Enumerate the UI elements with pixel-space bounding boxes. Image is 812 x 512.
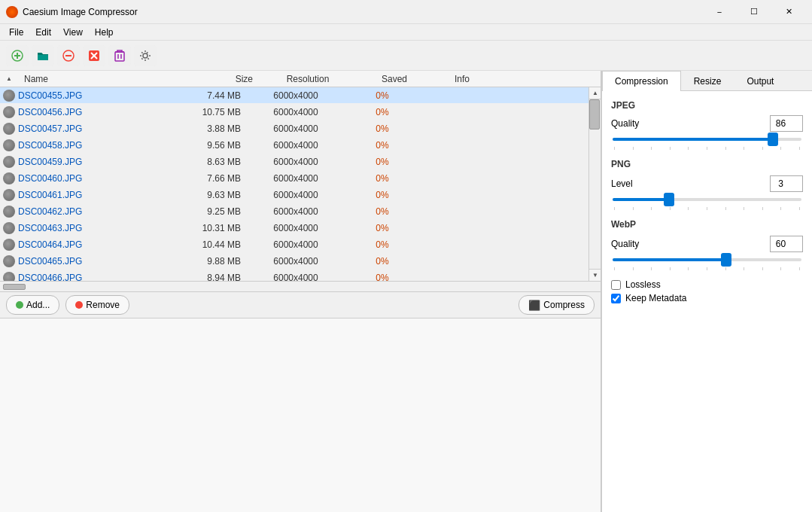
webp-quality-row: Quality: [611, 236, 803, 252]
png-level-input[interactable]: [770, 175, 803, 192]
file-resolution: 6000x4000: [247, 90, 345, 101]
compression-settings: JPEG Quality PNG Level: [602, 91, 812, 315]
menu-edit[interactable]: Edit: [29, 26, 57, 39]
webp-quality-label: Quality: [611, 239, 656, 249]
col-header-size[interactable]: Size: [169, 72, 259, 86]
settings-gear-button[interactable]: [134, 45, 157, 66]
add-button[interactable]: Add...: [6, 295, 59, 315]
file-list-area: DSC00455.JPG 7.44 MB 6000x4000 0% DSC004…: [0, 87, 601, 281]
file-row[interactable]: DSC00455.JPG 7.44 MB 6000x4000 0%: [0, 87, 588, 104]
horizontal-scrollbar[interactable]: [0, 281, 601, 291]
keep-metadata-label[interactable]: Keep Metadata: [625, 293, 686, 303]
file-size: 7.44 MB: [157, 90, 247, 101]
png-level-slider-container: [611, 198, 803, 210]
open-folder-button[interactable]: [32, 45, 54, 66]
maximize-button[interactable]: ☐: [737, 0, 771, 24]
add-label: Add...: [26, 300, 50, 310]
file-row[interactable]: DSC00466.JPG 8.94 MB 6000x4000 0%: [0, 270, 588, 281]
scroll-down-arrow[interactable]: ▼: [589, 269, 601, 281]
keep-metadata-checkbox[interactable]: [611, 294, 621, 303]
file-resolution: 6000x4000: [247, 173, 345, 184]
file-size: 8.94 MB: [157, 273, 247, 282]
col-header-resolution[interactable]: Resolution: [259, 72, 357, 86]
png-level-fill: [613, 198, 669, 201]
lossless-checkbox[interactable]: [611, 280, 621, 290]
file-row[interactable]: DSC00457.JPG 3.88 MB 6000x4000 0%: [0, 120, 588, 137]
file-row[interactable]: DSC00460.JPG 7.66 MB 6000x4000 0%: [0, 170, 588, 187]
compress-button[interactable]: ⬛ Compress: [519, 295, 595, 315]
file-size: 8.63 MB: [157, 157, 247, 167]
file-icon: [3, 123, 15, 135]
window-title: Caesium Image Compressor: [23, 7, 702, 17]
file-name: DSC00458.JPG: [18, 140, 157, 151]
menu-help[interactable]: Help: [89, 26, 120, 39]
file-size: 9.25 MB: [157, 206, 247, 217]
file-name: DSC00456.JPG: [18, 107, 157, 117]
file-icon: [3, 272, 15, 282]
file-list-header: ▲ Name Size Resolution Saved Info: [0, 71, 601, 87]
file-row[interactable]: DSC00462.JPG 9.25 MB 6000x4000 0%: [0, 203, 588, 220]
webp-quality-input[interactable]: [770, 236, 803, 252]
tab-resize[interactable]: Resize: [681, 71, 734, 91]
tab-output[interactable]: Output: [734, 71, 786, 91]
file-saved: 0%: [345, 140, 420, 151]
vertical-scrollbar[interactable]: ▲ ▼: [588, 87, 601, 281]
jpeg-quality-thumb[interactable]: [768, 133, 778, 146]
file-saved: 0%: [345, 256, 420, 267]
file-row[interactable]: DSC00456.JPG 10.75 MB 6000x4000 0%: [0, 104, 588, 120]
file-name: DSC00464.JPG: [18, 239, 157, 250]
col-header-saved[interactable]: Saved: [357, 72, 432, 86]
file-size: 10.31 MB: [157, 223, 247, 233]
file-size: 7.66 MB: [157, 173, 247, 184]
remove-file-button[interactable]: [57, 45, 80, 66]
jpeg-quality-input[interactable]: [770, 115, 803, 132]
lossless-label[interactable]: Lossless: [625, 279, 661, 290]
file-row[interactable]: DSC00461.JPG 9.63 MB 6000x4000 0%: [0, 187, 588, 203]
jpeg-quality-track[interactable]: [613, 138, 801, 141]
window-controls: − ☐ ✕: [702, 0, 806, 24]
menu-view[interactable]: View: [57, 26, 89, 39]
file-name: DSC00463.JPG: [18, 223, 157, 233]
file-resolution: 6000x4000: [247, 223, 345, 233]
webp-section-label: WebP: [611, 219, 803, 230]
file-list-scroll[interactable]: DSC00455.JPG 7.44 MB 6000x4000 0% DSC004…: [0, 87, 588, 281]
png-level-track[interactable]: [613, 198, 801, 201]
col-header-name[interactable]: Name: [18, 72, 169, 86]
file-size: 9.63 MB: [157, 190, 247, 200]
file-saved: 0%: [345, 123, 420, 134]
minimize-button[interactable]: −: [702, 0, 737, 24]
file-size: 3.88 MB: [157, 123, 247, 134]
file-row[interactable]: DSC00463.JPG 10.31 MB 6000x4000 0%: [0, 220, 588, 236]
png-level-thumb[interactable]: [664, 193, 674, 206]
file-saved: 0%: [345, 107, 420, 117]
file-row[interactable]: DSC00459.JPG 8.63 MB 6000x4000 0%: [0, 154, 588, 170]
menu-file[interactable]: File: [3, 26, 29, 39]
file-icon: [3, 139, 15, 151]
trash-button[interactable]: [108, 45, 131, 66]
jpeg-section-label: JPEG: [611, 100, 803, 111]
remove-button[interactable]: Remove: [65, 295, 129, 315]
file-row[interactable]: DSC00464.JPG 10.44 MB 6000x4000 0%: [0, 236, 588, 253]
jpeg-ticks: [613, 147, 801, 150]
file-row[interactable]: DSC00465.JPG 9.88 MB 6000x4000 0%: [0, 253, 588, 270]
close-button[interactable]: ✕: [771, 0, 806, 24]
jpeg-quality-row: Quality: [611, 115, 803, 132]
h-scroll-thumb[interactable]: [3, 284, 26, 290]
webp-ticks: [613, 267, 801, 270]
tab-compression[interactable]: Compression: [602, 71, 681, 91]
col-header-info[interactable]: Info: [432, 72, 492, 86]
webp-quality-thumb[interactable]: [721, 253, 731, 267]
scroll-up-arrow[interactable]: ▲: [589, 87, 601, 99]
file-resolution: 6000x4000: [247, 239, 345, 250]
remove-icon: [75, 301, 83, 309]
add-icon: [16, 301, 23, 309]
file-row[interactable]: DSC00458.JPG 9.56 MB 6000x4000 0%: [0, 137, 588, 154]
file-icon: [3, 90, 15, 102]
scroll-thumb[interactable]: [589, 99, 600, 130]
clear-list-button[interactable]: [83, 45, 105, 66]
file-saved: 0%: [345, 206, 420, 217]
scroll-track[interactable]: [589, 99, 601, 269]
add-files-button[interactable]: [6, 45, 29, 66]
webp-quality-track[interactable]: [613, 258, 801, 261]
file-saved: 0%: [345, 223, 420, 233]
